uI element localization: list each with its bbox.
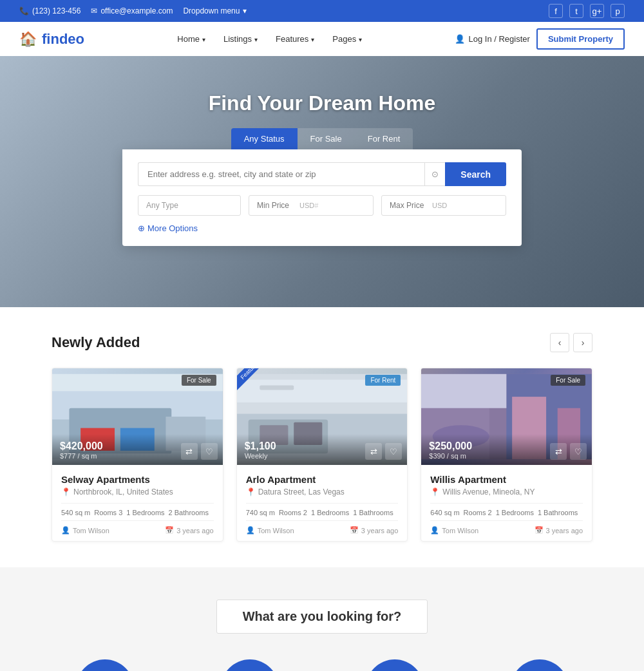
agent-name: Tom Wilson bbox=[73, 527, 109, 534]
email-icon: ✉ bbox=[91, 6, 97, 15]
category-apartments[interactable]: Apartments Aliquam dictum elit vitae mau… bbox=[45, 659, 164, 671]
agent-icon: 👤 bbox=[61, 526, 70, 534]
date-text: 3 years ago bbox=[361, 527, 398, 534]
location-icon-button[interactable]: ⊙ bbox=[424, 162, 445, 186]
max-price-currency: USD bbox=[432, 202, 447, 209]
card-date: 📅 3 years ago bbox=[535, 526, 583, 534]
googleplus-icon[interactable]: g+ bbox=[590, 4, 604, 18]
card-specs: 540 sq m Rooms 3 1 Bedrooms 2 Bathrooms bbox=[61, 509, 214, 516]
more-options-label: More Options bbox=[147, 223, 198, 233]
dropdown-label: Dropdown menu bbox=[183, 6, 240, 15]
card-actions: ⇄ ♡ bbox=[181, 443, 218, 460]
location-pin-icon: 📍 bbox=[246, 487, 256, 496]
login-label: Log In / Register bbox=[468, 34, 529, 44]
card-date: 📅 3 years ago bbox=[165, 526, 213, 534]
search-button[interactable]: Search bbox=[445, 162, 506, 186]
type-select[interactable]: Any Type House Apartment Commercial bbox=[138, 195, 241, 216]
sq-spec: 640 sq m bbox=[430, 509, 459, 516]
card-title: Willis Apartment bbox=[430, 474, 583, 485]
plus-icon: ⊕ bbox=[138, 223, 145, 233]
property-card: For Sale $420,000 $777 / sq m ⇄ ♡ Selway… bbox=[52, 368, 223, 542]
nav-features[interactable]: Features bbox=[268, 30, 322, 48]
status-tab-any[interactable]: Any Status bbox=[231, 128, 298, 149]
user-icon: 👤 bbox=[455, 34, 465, 44]
search-input[interactable] bbox=[138, 162, 424, 186]
compare-button[interactable]: ⇄ bbox=[365, 443, 382, 460]
hero-content: Find Your Dream Home Any Status For Sale… bbox=[0, 91, 644, 246]
phone-icon: 📞 bbox=[19, 6, 29, 15]
logo-icon: 🏠 bbox=[19, 31, 37, 48]
sq-spec: 540 sq m bbox=[61, 509, 90, 516]
logo-text: findeo bbox=[42, 31, 84, 48]
category-houses[interactable]: Houses Aliquam dictum elit vitae mauris … bbox=[190, 659, 309, 671]
card-title: Arlo Apartment bbox=[246, 474, 399, 485]
commercial-icon bbox=[511, 659, 569, 671]
bedrooms-spec: 1 Bedrooms bbox=[311, 509, 349, 516]
card-badge: For Sale bbox=[182, 375, 216, 386]
more-options-link[interactable]: ⊕ More Options bbox=[138, 223, 506, 233]
section-title: Newly Added bbox=[52, 334, 140, 351]
next-arrow[interactable]: › bbox=[573, 333, 592, 352]
category-commercial[interactable]: Commercial Aliquam dictum elit vitae mau… bbox=[480, 659, 599, 671]
pinterest-icon[interactable]: p bbox=[611, 4, 625, 18]
status-tab-sale[interactable]: For Sale bbox=[298, 128, 355, 149]
search-box: ⊙ Search Any Type House Apartment Commer… bbox=[122, 149, 522, 246]
card-footer: 👤 Tom Wilson 📅 3 years ago bbox=[246, 520, 399, 534]
twitter-icon[interactable]: t bbox=[569, 4, 583, 18]
main-nav: 🏠 findeo Home Listings Features Pages 👤 … bbox=[0, 22, 644, 56]
card-location: 📍 Datura Street, Las Vegas bbox=[246, 487, 399, 496]
max-price-input[interactable] bbox=[387, 196, 432, 215]
compare-button[interactable]: ⇄ bbox=[181, 443, 198, 460]
card-image: Featured For Rent $1,100 Weekly ⇄ ♡ bbox=[237, 368, 408, 465]
chevron-down-icon bbox=[311, 34, 314, 44]
looking-title-wrap: What are you looking for? bbox=[19, 600, 625, 634]
card-specs: 740 sq m Rooms 2 1 Bedrooms 1 Bathrooms bbox=[246, 509, 399, 516]
logo[interactable]: 🏠 findeo bbox=[19, 31, 84, 48]
nav-links: Home Listings Features Pages bbox=[169, 30, 370, 48]
newly-added-section: Newly Added ‹ › For Sale bbox=[0, 307, 644, 567]
nav-home[interactable]: Home bbox=[169, 30, 213, 48]
category-garages[interactable]: Garages Aliquam dictum elit vitae mauris… bbox=[335, 659, 454, 671]
rooms-spec: Rooms 3 bbox=[94, 509, 122, 516]
calendar-icon: 📅 bbox=[535, 526, 544, 534]
agent-name: Tom Wilson bbox=[442, 527, 478, 534]
card-divider bbox=[61, 503, 214, 504]
favorite-button[interactable]: ♡ bbox=[570, 443, 587, 460]
email-address: office@example.com bbox=[100, 6, 173, 15]
compare-button[interactable]: ⇄ bbox=[550, 443, 567, 460]
card-title: Selway Apartments bbox=[61, 474, 214, 485]
login-button[interactable]: 👤 Log In / Register bbox=[455, 34, 529, 44]
date-text: 3 years ago bbox=[546, 527, 583, 534]
agent-icon: 👤 bbox=[430, 526, 439, 534]
dropdown-menu[interactable]: Dropdown menu ▾ bbox=[183, 6, 247, 15]
looking-for-section: What are you looking for? Apartments Ali… bbox=[0, 567, 644, 671]
card-actions: ⇄ ♡ bbox=[365, 443, 402, 460]
card-date: 📅 3 years ago bbox=[350, 526, 398, 534]
location-text: Northbrook, IL, United States bbox=[73, 487, 173, 496]
facebook-icon[interactable]: f bbox=[549, 4, 563, 18]
search-row: ⊙ Search bbox=[138, 162, 506, 186]
social-links: f t g+ p bbox=[549, 4, 625, 18]
nav-pages[interactable]: Pages bbox=[325, 30, 370, 48]
card-agent: 👤 Tom Wilson bbox=[61, 526, 109, 534]
houses-icon bbox=[221, 659, 279, 671]
prev-arrow[interactable]: ‹ bbox=[550, 333, 569, 352]
submit-property-button[interactable]: Submit Property bbox=[536, 28, 625, 50]
nav-listings[interactable]: Listings bbox=[216, 30, 265, 48]
property-card: For Sale $250,000 $390 / sq m ⇄ ♡ Willis… bbox=[421, 368, 592, 542]
favorite-button[interactable]: ♡ bbox=[201, 443, 218, 460]
card-body: Selway Apartments 📍 Northbrook, IL, Unit… bbox=[52, 465, 223, 541]
phone-info: 📞 (123) 123-456 bbox=[19, 6, 80, 15]
phone-number: (123) 123-456 bbox=[32, 6, 80, 15]
nav-right: 👤 Log In / Register Submit Property bbox=[455, 28, 625, 50]
property-card: Featured For Rent $1,100 Weekly ⇄ ♡ Arlo… bbox=[236, 368, 408, 542]
card-badge: For Sale bbox=[551, 375, 585, 386]
card-location: 📍 Willis Avenue, Mineola, NY bbox=[430, 487, 583, 496]
min-price-input[interactable] bbox=[254, 196, 299, 215]
favorite-button[interactable]: ♡ bbox=[385, 443, 402, 460]
rooms-spec: Rooms 2 bbox=[279, 509, 307, 516]
card-agent: 👤 Tom Wilson bbox=[430, 526, 478, 534]
status-tab-rent[interactable]: For Rent bbox=[355, 128, 413, 149]
chevron-down-icon bbox=[359, 34, 362, 44]
calendar-icon: 📅 bbox=[165, 526, 174, 534]
